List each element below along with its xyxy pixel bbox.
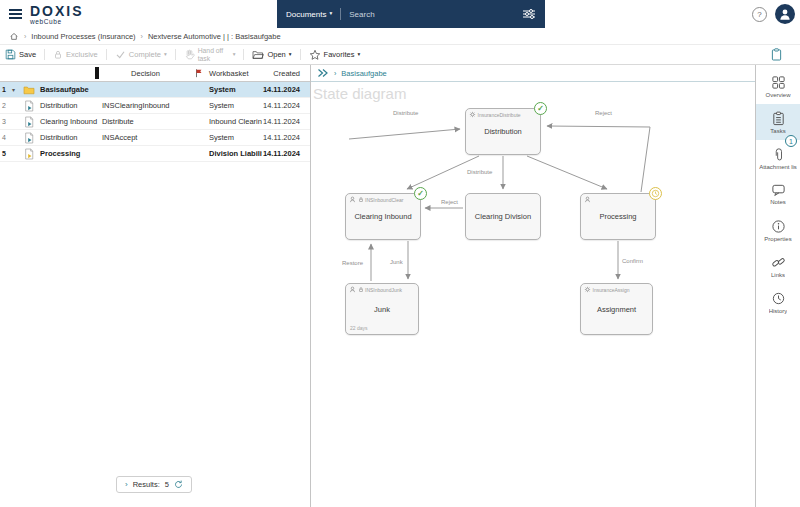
avatar[interactable] xyxy=(775,4,795,24)
edge-label-reject-mid: Reject xyxy=(441,199,458,205)
home-icon[interactable] xyxy=(9,31,19,41)
node-processing[interactable]: Processing xyxy=(580,193,656,240)
notes-icon xyxy=(771,183,786,197)
documents-label: Documents xyxy=(286,10,326,19)
column-header-flag[interactable] xyxy=(192,68,206,78)
hand-off-task-label: Hand off task xyxy=(198,47,230,63)
column-header-decision[interactable]: Decision xyxy=(99,69,192,78)
status-done-icon: ✓ xyxy=(534,102,547,115)
node-title: Assignment xyxy=(581,284,652,334)
favorites-button[interactable]: Favorites ▾ xyxy=(309,49,361,61)
tasks-icon xyxy=(771,111,786,126)
status-pending-icon xyxy=(649,187,662,200)
breadcrumb-item-process[interactable]: Inbound Processes (Insurance) xyxy=(31,32,135,41)
table-row-distribution-2[interactable]: 4 Distribution INSAccept System 14.11.20… xyxy=(0,130,310,146)
collapse-panel-icon[interactable] xyxy=(317,68,329,78)
folder-open-icon xyxy=(252,50,264,60)
task-name: Clearing Inbound xyxy=(37,117,99,126)
command-bar: Documents ▾ Search xyxy=(277,0,545,28)
lock-icon xyxy=(53,49,63,60)
task-workbasket: System xyxy=(206,85,262,94)
table-row-basisaufgabe[interactable]: 1 ▾ Basisaufgabe System 14.11.2024 xyxy=(0,82,310,98)
exclusive-button[interactable]: Exclusive xyxy=(53,49,98,60)
node-title: Processing xyxy=(581,194,655,239)
breadcrumb-item-task[interactable]: Nextverse Automotive | | : Basisaufgabe xyxy=(148,32,281,41)
results-bar: › Results: 5 xyxy=(116,476,192,493)
task-decision: INSAccept xyxy=(99,133,192,142)
user-icon xyxy=(778,7,792,21)
task-name: Processing xyxy=(37,149,99,158)
hand-icon xyxy=(184,49,195,60)
column-header-created[interactable]: Created xyxy=(262,69,308,78)
results-count: 5 xyxy=(165,480,169,489)
chevron-down-icon: ▾ xyxy=(289,52,292,58)
node-assignment[interactable]: InsuranceAssign Assignment xyxy=(580,283,653,335)
task-created: 14.11.2024 xyxy=(262,149,308,158)
chevron-right-icon: › xyxy=(334,70,336,77)
top-navbar: DOXIS webCube Documents ▾ Search ? xyxy=(0,0,800,28)
open-label: Open xyxy=(267,50,285,59)
save-button[interactable]: Save xyxy=(5,49,36,60)
complete-label: Complete xyxy=(129,50,161,59)
sidebar-item-history[interactable]: History xyxy=(756,284,800,320)
node-title: Distribution xyxy=(466,109,540,154)
check-icon xyxy=(115,49,126,60)
filter-icon[interactable] xyxy=(522,8,536,20)
breadcrumb: › Inbound Processes (Insurance) › Nextve… xyxy=(0,28,800,45)
toolbar: Save Exclusive Complete ▾ Hand off task … xyxy=(0,45,800,65)
favorites-label: Favorites xyxy=(324,50,355,59)
complete-button[interactable]: Complete ▾ xyxy=(115,49,167,60)
sidebar-item-notes[interactable]: Notes xyxy=(756,176,800,212)
node-clearing-division[interactable]: Clearing Division xyxy=(465,193,541,240)
row-expand-chevron[interactable]: ▾ xyxy=(12,86,21,93)
task-decision: Distribute xyxy=(99,117,192,126)
document-icon xyxy=(24,100,34,112)
node-junk[interactable]: INSInboundJunk Junk 22 days xyxy=(345,283,419,335)
menu-icon[interactable] xyxy=(9,9,22,19)
task-decision: INSClearingInbound xyxy=(99,101,192,110)
clipboard-icon[interactable] xyxy=(771,48,782,61)
panel-tabbar: › Basisaufgabe xyxy=(311,65,755,82)
open-button[interactable]: Open ▾ xyxy=(252,50,291,60)
node-clearing-inbound[interactable]: INSInboundClear Clearing Inbound ✓ xyxy=(345,193,421,240)
search-input[interactable]: Search xyxy=(349,10,514,19)
hand-off-task-button[interactable]: Hand off task ▾ xyxy=(184,47,236,63)
task-name: Distribution xyxy=(37,133,99,142)
sidebar-item-overview[interactable]: Overview xyxy=(756,68,800,104)
results-chevron-icon[interactable]: › xyxy=(125,480,128,489)
app-window: DOXIS webCube Documents ▾ Search ? › Inb… xyxy=(0,0,800,507)
sidebar-item-links[interactable]: Links xyxy=(756,248,800,284)
sidebar-item-properties[interactable]: Properties xyxy=(756,212,800,248)
toolbar-separator xyxy=(175,49,176,60)
table-row-clearing-inbound[interactable]: 3 Clearing Inbound Distribute Inbound Cl… xyxy=(0,114,310,130)
task-name: Basisaufgabe xyxy=(37,85,99,94)
attachment-count-badge: 1 xyxy=(785,135,797,147)
node-distribution[interactable]: InsuranceDistribute Distribution ✓ xyxy=(465,108,541,155)
navbar-divider xyxy=(340,8,341,20)
state-diagram-panel: › Basisaufgabe State diagram xyxy=(311,65,756,507)
tab-basisaufgabe[interactable]: Basisaufgabe xyxy=(341,69,386,78)
save-icon xyxy=(5,49,16,60)
paperclip-icon xyxy=(771,147,785,162)
sidebar-item-attachment-list[interactable]: 1 Attachment lis xyxy=(756,140,800,176)
edge-label-confirm: Confirm xyxy=(622,258,643,264)
refresh-icon[interactable] xyxy=(174,480,183,489)
chevron-down-icon: ▾ xyxy=(233,52,236,58)
table-row-processing[interactable]: 5 Processing Division Liability 14.11.20… xyxy=(0,146,310,162)
save-label: Save xyxy=(19,50,36,59)
column-header-workbasket[interactable]: Workbasket xyxy=(206,69,262,78)
folder-icon xyxy=(23,85,35,95)
chevron-down-icon: ▾ xyxy=(357,52,360,58)
edge-label-distribute-in: Distribute xyxy=(393,110,419,116)
toolbar-separator xyxy=(300,49,301,60)
main-content: Decision Workbasket Created 1 ▾ Basisauf… xyxy=(0,65,800,507)
task-created: 14.11.2024 xyxy=(262,85,308,94)
table-row-distribution-1[interactable]: 2 Distribution INSClearingInbound System… xyxy=(0,98,310,114)
exclusive-label: Exclusive xyxy=(66,50,98,59)
task-list-panel: Decision Workbasket Created 1 ▾ Basisauf… xyxy=(0,65,311,507)
help-button[interactable]: ? xyxy=(752,7,767,22)
node-note: 22 days xyxy=(350,325,368,331)
documents-menu[interactable]: Documents ▾ xyxy=(286,10,332,19)
document-icon xyxy=(24,148,34,160)
status-done-icon: ✓ xyxy=(414,187,427,200)
